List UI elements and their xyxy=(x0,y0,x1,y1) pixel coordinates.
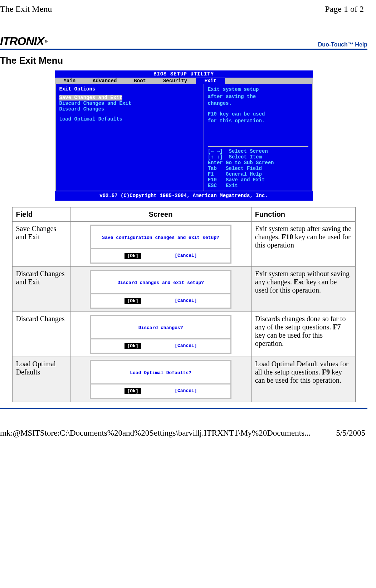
cell-function: Discards changes done so far to any of t… xyxy=(251,312,355,357)
bios-options-heading: Exit Options xyxy=(59,86,200,92)
bios-help-line: changes. xyxy=(208,100,308,107)
table-row: Discard Changes and Exit Discard changes… xyxy=(12,267,355,312)
dialog-message: Load Optimal Defaults? xyxy=(91,361,230,384)
dialog-message: Discard changes? xyxy=(91,316,230,339)
bios-help-line: F10 key can be used xyxy=(208,111,308,118)
description-table: Field Screen Function Save Changes and E… xyxy=(12,207,356,402)
cell-field: Discard Changes and Exit xyxy=(12,267,70,312)
bios-help-line: after saving the xyxy=(208,93,308,101)
cell-field: Discard Changes xyxy=(12,312,70,357)
bios-title: BIOS SETUP UTILITY xyxy=(55,70,313,78)
legend-line: F10 Save and Exit xyxy=(208,177,308,183)
footer-path: mk:@MSITStore:C:\Documents%20and%20Setti… xyxy=(0,428,311,438)
cancel-button: [Cancel] xyxy=(175,343,197,349)
cell-function: Exit system setup after saving the chang… xyxy=(251,222,355,267)
bios-item-save-exit: Save Changes and Exit xyxy=(59,95,122,101)
help-link[interactable]: Duo-Touch™ Help xyxy=(318,41,367,48)
table-row: Save Changes and Exit Save configuration… xyxy=(12,222,355,267)
bios-item-discard-exit: Discard Changes and Exit xyxy=(59,101,200,106)
th-function: Function xyxy=(251,207,355,222)
legend-line: [← →] Select Screen xyxy=(208,148,308,154)
dialog-discard-exit: Discard changes and exit setup? [Ok] [Ca… xyxy=(90,270,231,309)
cancel-button: [Cancel] xyxy=(175,298,197,304)
bios-tab-advanced: Advanced xyxy=(84,78,125,84)
cell-field: Load Optimal Defaults xyxy=(12,357,70,402)
cancel-button: [Cancel] xyxy=(175,388,197,394)
bios-help-line: for this operation. xyxy=(208,118,308,125)
dialog-load-defaults: Load Optimal Defaults? [Ok] [Cancel] xyxy=(90,360,231,399)
th-field: Field xyxy=(12,207,70,222)
bios-tab-exit: Exit xyxy=(196,78,225,84)
ok-button: [Ok] xyxy=(124,253,141,259)
legend-line: Enter Go to Sub Screen xyxy=(208,160,308,166)
bios-copyright: v02.57 (C)Copyright 1985-2004, American … xyxy=(55,191,313,201)
legend-line: ESC Exit xyxy=(208,183,308,188)
dialog-message: Save configuration changes and exit setu… xyxy=(91,226,230,249)
ok-button: [Ok] xyxy=(124,343,141,349)
registered-icon: ® xyxy=(45,39,47,44)
dialog-discard: Discard changes? [Ok] [Cancel] xyxy=(90,315,231,354)
bios-key-legend: [← →] Select Screen [↑ ↓] Select Item En… xyxy=(208,146,308,188)
bios-item-discard: Discard Changes xyxy=(59,106,200,112)
dialog-message: Discard changes and exit setup? xyxy=(91,271,230,294)
bios-item-load-defaults: Load Optimal Defaults xyxy=(59,116,200,122)
footer-date: 5/5/2005 xyxy=(336,428,365,438)
bios-menubar: Main Advanced Boot Security Exit xyxy=(55,78,313,84)
cell-function: Load Optimal Default values for all the … xyxy=(251,357,355,402)
table-row: Discard Changes Discard changes? [Ok] [C… xyxy=(12,312,355,357)
ok-button: [Ok] xyxy=(124,298,141,304)
logo: ITRONIX® xyxy=(0,35,47,48)
legend-line: Tab Select Field xyxy=(208,166,308,171)
legend-line: [↑ ↓] Select Item xyxy=(208,154,308,160)
th-screen: Screen xyxy=(70,207,251,222)
page-title: The Exit Menu xyxy=(0,55,367,66)
cell-field: Save Changes and Exit xyxy=(12,222,70,267)
header-title: The Exit Menu xyxy=(0,4,52,14)
table-row: Load Optimal Defaults Load Optimal Defau… xyxy=(12,357,355,402)
cell-function: Exit system setup without saving any cha… xyxy=(251,267,355,312)
bios-help-line: Exit system setup xyxy=(208,86,308,93)
ok-button: [Ok] xyxy=(124,388,141,394)
legend-line: F1 General Help xyxy=(208,171,308,177)
brand-header: ITRONIX® Duo-Touch™ Help xyxy=(0,35,367,50)
bios-left-pane: Exit Options Save Changes and Exit Disca… xyxy=(55,84,204,191)
cancel-button: [Cancel] xyxy=(175,253,197,259)
logo-text: ITRONIX xyxy=(0,35,44,48)
dialog-save-exit: Save configuration changes and exit setu… xyxy=(90,225,231,264)
bios-tab-boot: Boot xyxy=(125,78,155,84)
bios-right-pane: Exit system setup after saving the chang… xyxy=(204,84,313,191)
header-pager: Page 1 of 2 xyxy=(325,4,364,14)
bios-tab-main: Main xyxy=(55,78,84,84)
bios-screenshot: BIOS SETUP UTILITY Main Advanced Boot Se… xyxy=(55,70,313,201)
bios-tab-security: Security xyxy=(155,78,196,84)
